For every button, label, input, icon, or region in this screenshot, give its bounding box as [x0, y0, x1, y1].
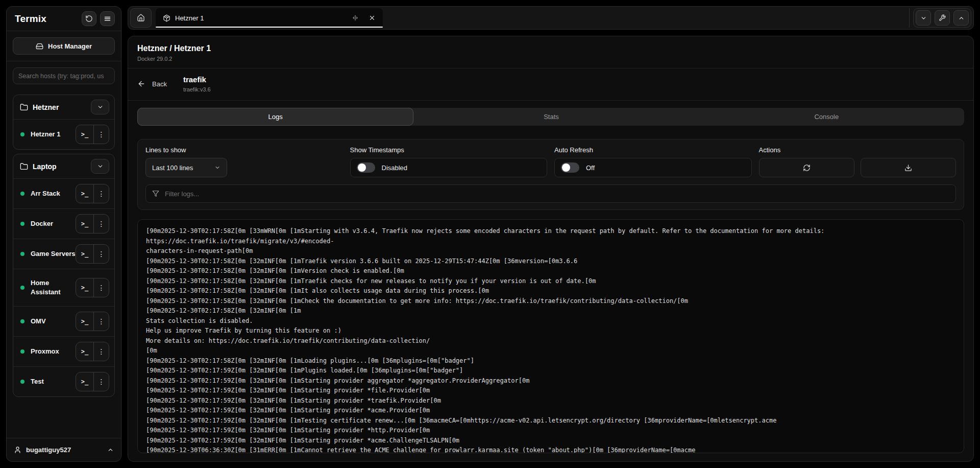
log-line: characters-in-request-path[0m [146, 246, 955, 256]
refresh-logs-button[interactable] [759, 158, 854, 177]
host-menu-button[interactable]: ⋮ [93, 278, 109, 297]
folder-icon [20, 162, 28, 171]
status-dot-online [20, 349, 24, 354]
host-actions: >_ ⋮ [76, 244, 109, 264]
terminal-prompt-icon: >_ [81, 284, 88, 291]
host-manager-section: Host Manager [7, 31, 121, 61]
status-dot-online [20, 286, 24, 290]
open-terminal-button[interactable]: >_ [76, 215, 93, 233]
host-groups-list: Hetzner Hetzner 1 >_ ⋮ [7, 87, 121, 438]
host-row-arr-stack[interactable]: Arr Stack >_ ⋮ [13, 178, 114, 208]
download-icon [904, 164, 912, 172]
show-timestamps-toggle[interactable] [357, 162, 375, 173]
open-terminal-button[interactable]: >_ [76, 278, 93, 297]
show-timestamps-state: Disabled [382, 164, 408, 172]
host-name: Arr Stack [31, 189, 60, 198]
host-manager-button[interactable]: Host Manager [13, 37, 115, 55]
open-terminal-button[interactable]: >_ [76, 245, 93, 263]
host-menu-button[interactable]: ⋮ [93, 184, 109, 203]
close-tab-icon[interactable] [369, 14, 376, 21]
status-dot-online [20, 380, 24, 384]
kebab-menu-icon: ⋮ [98, 378, 105, 386]
lines-to-show-group: Lines to show Last 100 lines [145, 146, 343, 177]
log-line: [90m2025-12-30T02:17:59Z[0m [32mINF[0m [… [146, 416, 955, 426]
arrow-left-icon [137, 80, 145, 88]
user-menu[interactable]: bugattiguy527 [7, 438, 121, 461]
open-terminal-button[interactable]: >_ [76, 184, 93, 203]
status-dot-online [20, 252, 24, 256]
folder-icon [20, 103, 28, 111]
group-header[interactable]: Hetzner [13, 95, 114, 119]
status-dot-online [20, 132, 24, 136]
log-line: [90m2025-12-30T06:36:30Z[0m [31mERR[0m [… [146, 446, 955, 453]
host-row-docker[interactable]: Docker >_ ⋮ [13, 208, 114, 239]
host-group-laptop: Laptop Arr Stack >_ ⋮ [13, 154, 115, 397]
host-actions: >_ ⋮ [76, 184, 109, 203]
log-line: [90m2025-12-30T02:17:58Z[0m [33mWRN[0m [… [146, 226, 955, 246]
host-actions: >_ ⋮ [76, 372, 109, 391]
home-button[interactable] [130, 8, 152, 28]
container-tabs: Logs Stats Console [137, 108, 964, 126]
sidebar-menu-button[interactable] [100, 11, 115, 26]
host-group-hetzner: Hetzner Hetzner 1 >_ ⋮ [13, 95, 115, 150]
host-row-game-servers[interactable]: Game Servers >_ ⋮ [13, 239, 114, 269]
kebab-menu-icon: ⋮ [98, 220, 105, 228]
open-terminal-button[interactable]: >_ [76, 312, 93, 331]
host-row-proxmox[interactable]: Proxmox >_ ⋮ [13, 336, 114, 366]
host-manager-label: Host Manager [48, 42, 92, 50]
host-menu-button[interactable]: ⋮ [93, 312, 109, 331]
kebab-menu-icon: ⋮ [98, 347, 105, 356]
host-menu-button[interactable]: ⋮ [93, 245, 109, 263]
wrench-icon [939, 14, 946, 21]
collapse-panel-button[interactable] [916, 10, 931, 26]
open-terminal-button[interactable]: >_ [76, 125, 93, 144]
tools-button[interactable] [935, 10, 950, 26]
host-menu-button[interactable]: ⋮ [93, 215, 109, 233]
main-area: Hetzner 1 [128, 6, 974, 462]
lines-to-show-select[interactable]: Last 100 lines [145, 158, 227, 177]
host-menu-button[interactable]: ⋮ [93, 125, 109, 144]
filter-logs-input[interactable] [165, 190, 949, 198]
reset-button[interactable] [82, 11, 96, 26]
log-line: [90m2025-12-30T02:17:58Z[0m [32mINF[0m [… [146, 356, 955, 366]
host-row-omv[interactable]: OMV >_ ⋮ [13, 306, 114, 336]
host-menu-button[interactable]: ⋮ [93, 342, 109, 361]
log-line: [90m2025-12-30T02:17:59Z[0m [32mINF[0m [… [146, 386, 955, 396]
expand-panel-button[interactable] [953, 10, 969, 26]
tab-hetzner-1[interactable]: Hetzner 1 [156, 8, 383, 28]
auto-refresh-toggle[interactable] [561, 162, 579, 173]
collapse-group-button[interactable] [91, 159, 109, 174]
user-icon [14, 446, 21, 454]
search-hosts-input[interactable] [13, 67, 115, 84]
status-dot-online [20, 192, 24, 196]
container-info: traefik traefik:v3.6 [183, 75, 211, 92]
open-terminal-button[interactable]: >_ [76, 372, 93, 391]
back-button[interactable]: Back [137, 80, 167, 88]
terminal-prompt-icon: >_ [81, 220, 88, 227]
host-panel: Hetzner / Hetzner 1 Docker 29.0.2 Back t… [128, 36, 974, 462]
log-line: [90m2025-12-30T02:17:59Z[0m [32mINF[0m [… [146, 396, 955, 406]
tab-console[interactable]: Console [689, 108, 964, 126]
breadcrumb: Hetzner / Hetzner 1 [137, 44, 964, 53]
host-row-hetzner-1[interactable]: Hetzner 1 >_ ⋮ [13, 119, 114, 149]
download-logs-button[interactable] [861, 158, 956, 177]
tab-bar: Hetzner 1 [128, 6, 974, 30]
log-line: [90m2025-12-30T02:17:58Z[0m [32mINF[0m [… [146, 266, 955, 276]
host-row-home-assistant[interactable]: Home Assistant >_ ⋮ [13, 269, 114, 306]
kebab-menu-icon: ⋮ [98, 130, 105, 138]
container-image: traefik:v3.6 [183, 86, 211, 92]
host-menu-button[interactable]: ⋮ [93, 372, 109, 391]
tab-logs[interactable]: Logs [137, 108, 413, 126]
terminal-prompt-icon: >_ [81, 250, 88, 258]
rotate-ccw-icon [85, 15, 93, 22]
split-view-icon[interactable] [352, 14, 359, 21]
log-output[interactable]: [90m2025-12-30T02:17:58Z[0m [33mWRN[0m [… [137, 219, 964, 453]
open-terminal-button[interactable]: >_ [76, 342, 93, 361]
host-row-test[interactable]: Test >_ ⋮ [13, 366, 114, 396]
host-name: Home Assistant [31, 278, 76, 297]
group-header[interactable]: Laptop [13, 154, 114, 178]
show-timestamps-label: Show Timestamps [350, 146, 548, 154]
tab-stats[interactable]: Stats [413, 108, 689, 126]
log-line: More details on: https://doc.traefik.io/… [146, 336, 955, 346]
collapse-group-button[interactable] [91, 100, 109, 114]
